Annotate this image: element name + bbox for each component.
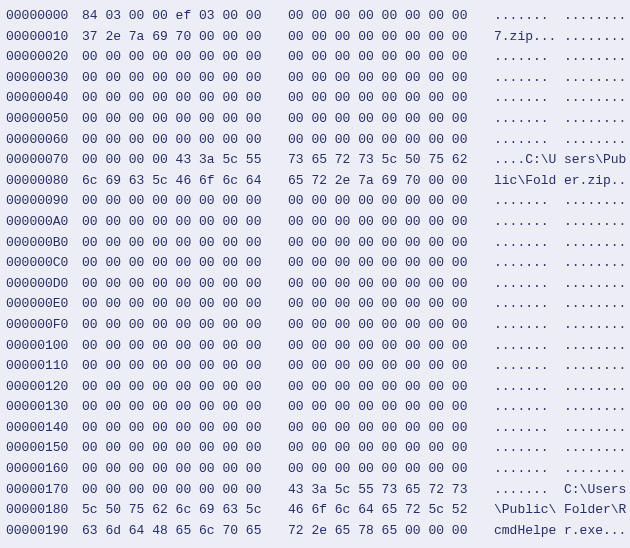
offset-cell: 000000A0	[0, 212, 82, 233]
hex-bytes-group-2: 00 00 00 00 00 00 00 00	[288, 253, 494, 274]
hex-bytes-group-2: 00 00 00 00 00 00 00 00	[288, 130, 494, 151]
ascii-group-2: ........	[564, 233, 626, 254]
hex-bytes-group-2: 00 00 00 00 00 00 00 00	[288, 68, 494, 89]
hex-row: 0000014000 00 00 00 00 00 00 0000 00 00 …	[0, 418, 630, 439]
ascii-group-2: ........	[564, 130, 626, 151]
hex-bytes-group-2: 00 00 00 00 00 00 00 00	[288, 418, 494, 439]
offset-cell: 00000150	[0, 438, 82, 459]
hex-row: 0000012000 00 00 00 00 00 00 0000 00 00 …	[0, 377, 630, 398]
ascii-group-2: ........	[564, 336, 626, 357]
ascii-group-1: .......	[494, 274, 564, 295]
hex-row: 000000C000 00 00 00 00 00 00 0000 00 00 …	[0, 253, 630, 274]
hex-bytes-group-2: 00 00 00 00 00 00 00 00	[288, 356, 494, 377]
offset-cell: 00000100	[0, 336, 82, 357]
hex-bytes-group-2: 00 00 00 00 00 00 00 00	[288, 397, 494, 418]
hex-bytes-group-1: 00 00 00 00 00 00 00 00	[82, 418, 288, 439]
ascii-group-2: er.zip..	[564, 171, 626, 192]
offset-cell: 00000060	[0, 130, 82, 151]
ascii-group-2: ........	[564, 109, 626, 130]
hex-row: 0000016000 00 00 00 00 00 00 0000 00 00 …	[0, 459, 630, 480]
ascii-group-2: ........	[564, 274, 626, 295]
ascii-group-1: \Public\	[494, 500, 564, 521]
hex-bytes-group-2: 00 00 00 00 00 00 00 00	[288, 6, 494, 27]
hex-bytes-group-1: 00 00 00 00 00 00 00 00	[82, 336, 288, 357]
hex-bytes-group-2: 00 00 00 00 00 00 00 00	[288, 294, 494, 315]
hex-bytes-group-2: 00 00 00 00 00 00 00 00	[288, 109, 494, 130]
offset-cell: 00000020	[0, 47, 82, 68]
offset-cell: 000000D0	[0, 274, 82, 295]
hex-bytes-group-2: 00 00 00 00 00 00 00 00	[288, 233, 494, 254]
hex-viewer: 0000000084 03 00 00 ef 03 00 0000 00 00 …	[0, 0, 630, 541]
offset-cell: 000000F0	[0, 315, 82, 336]
hex-bytes-group-1: 00 00 00 00 00 00 00 00	[82, 294, 288, 315]
ascii-group-1: .......	[494, 212, 564, 233]
hex-bytes-group-1: 00 00 00 00 00 00 00 00	[82, 253, 288, 274]
hex-row: 0000000084 03 00 00 ef 03 00 0000 00 00 …	[0, 6, 630, 27]
ascii-group-1: ....C:\U	[494, 150, 564, 171]
offset-cell: 00000160	[0, 459, 82, 480]
ascii-group-1: .......	[494, 253, 564, 274]
hex-bytes-group-2: 65 72 2e 7a 69 70 00 00	[288, 171, 494, 192]
hex-row: 0000013000 00 00 00 00 00 00 0000 00 00 …	[0, 397, 630, 418]
ascii-group-1: .......	[494, 438, 564, 459]
ascii-group-1: .......	[494, 315, 564, 336]
hex-bytes-group-2: 00 00 00 00 00 00 00 00	[288, 27, 494, 48]
hex-bytes-group-1: 00 00 00 00 00 00 00 00	[82, 130, 288, 151]
hex-bytes-group-1: 00 00 00 00 00 00 00 00	[82, 233, 288, 254]
ascii-group-1: .......	[494, 397, 564, 418]
ascii-group-1: .......	[494, 294, 564, 315]
ascii-group-2: ........	[564, 27, 626, 48]
hex-row: 000000806c 69 63 5c 46 6f 6c 6465 72 2e …	[0, 171, 630, 192]
hex-bytes-group-1: 63 6d 64 48 65 6c 70 65	[82, 521, 288, 542]
ascii-group-2: ........	[564, 47, 626, 68]
hex-bytes-group-2: 00 00 00 00 00 00 00 00	[288, 377, 494, 398]
ascii-group-1: .......	[494, 109, 564, 130]
offset-cell: 00000110	[0, 356, 82, 377]
offset-cell: 00000000	[0, 6, 82, 27]
hex-bytes-group-1: 6c 69 63 5c 46 6f 6c 64	[82, 171, 288, 192]
ascii-group-1: .......	[494, 47, 564, 68]
hex-bytes-group-1: 00 00 00 00 00 00 00 00	[82, 459, 288, 480]
hex-bytes-group-1: 00 00 00 00 43 3a 5c 55	[82, 150, 288, 171]
ascii-group-2: ........	[564, 212, 626, 233]
ascii-group-1: .......	[494, 68, 564, 89]
offset-cell: 000000E0	[0, 294, 82, 315]
hex-row: 0000002000 00 00 00 00 00 00 0000 00 00 …	[0, 47, 630, 68]
hex-bytes-group-2: 00 00 00 00 00 00 00 00	[288, 336, 494, 357]
ascii-group-1: cmdHelpe	[494, 521, 564, 542]
ascii-group-1: .......	[494, 459, 564, 480]
offset-cell: 000000C0	[0, 253, 82, 274]
ascii-group-1: 7.zip...	[494, 27, 564, 48]
hex-row: 0000007000 00 00 00 43 3a 5c 5573 65 72 …	[0, 150, 630, 171]
hex-bytes-group-2: 00 00 00 00 00 00 00 00	[288, 438, 494, 459]
hex-row: 0000011000 00 00 00 00 00 00 0000 00 00 …	[0, 356, 630, 377]
hex-bytes-group-1: 00 00 00 00 00 00 00 00	[82, 274, 288, 295]
hex-bytes-group-2: 00 00 00 00 00 00 00 00	[288, 191, 494, 212]
hex-bytes-group-1: 00 00 00 00 00 00 00 00	[82, 315, 288, 336]
offset-cell: 00000050	[0, 109, 82, 130]
offset-cell: 00000170	[0, 480, 82, 501]
ascii-group-1: lic\Fold	[494, 171, 564, 192]
hex-bytes-group-1: 00 00 00 00 00 00 00 00	[82, 109, 288, 130]
hex-bytes-group-2: 00 00 00 00 00 00 00 00	[288, 274, 494, 295]
hex-bytes-group-1: 00 00 00 00 00 00 00 00	[82, 212, 288, 233]
ascii-group-2: sers\Pub	[564, 150, 626, 171]
offset-cell: 00000130	[0, 397, 82, 418]
hex-bytes-group-1: 00 00 00 00 00 00 00 00	[82, 47, 288, 68]
ascii-group-2: C:\Users	[564, 480, 626, 501]
hex-row: 000000F000 00 00 00 00 00 00 0000 00 00 …	[0, 315, 630, 336]
offset-cell: 00000070	[0, 150, 82, 171]
hex-bytes-group-2: 72 2e 65 78 65 00 00 00	[288, 521, 494, 542]
hex-bytes-group-1: 00 00 00 00 00 00 00 00	[82, 68, 288, 89]
offset-cell: 00000190	[0, 521, 82, 542]
ascii-group-2: ........	[564, 459, 626, 480]
hex-bytes-group-1: 5c 50 75 62 6c 69 63 5c	[82, 500, 288, 521]
offset-cell: 00000120	[0, 377, 82, 398]
ascii-group-2: ........	[564, 315, 626, 336]
ascii-group-2: ........	[564, 6, 626, 27]
hex-bytes-group-1: 00 00 00 00 00 00 00 00	[82, 438, 288, 459]
ascii-group-2: ........	[564, 191, 626, 212]
ascii-group-2: ........	[564, 356, 626, 377]
hex-row: 000000A000 00 00 00 00 00 00 0000 00 00 …	[0, 212, 630, 233]
ascii-group-1: .......	[494, 336, 564, 357]
